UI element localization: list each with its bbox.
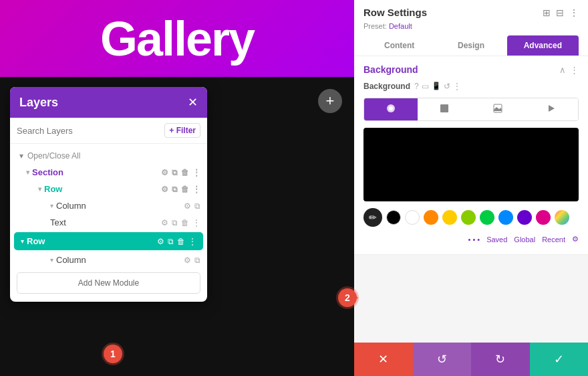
swatches-settings-icon[interactable]: ⚙ bbox=[572, 235, 579, 244]
section-duplicate-icon[interactable]: ⧉ bbox=[172, 168, 178, 177]
add-new-module-button[interactable]: Add New Module bbox=[17, 272, 200, 294]
swatch-blue[interactable] bbox=[498, 210, 513, 225]
layer-column-2[interactable]: ▾ Column ⚙ ⧉ bbox=[10, 252, 207, 268]
text-delete-icon[interactable]: 🗑 bbox=[181, 218, 189, 227]
col1-icons: ⚙ ⧉ bbox=[184, 201, 200, 211]
preset-value[interactable]: Default bbox=[389, 22, 412, 30]
tab-advanced[interactable]: Advanced bbox=[507, 35, 579, 56]
background-section-title: Background bbox=[363, 64, 418, 75]
cancel-button[interactable]: ✕ bbox=[354, 343, 413, 376]
row2-more-icon[interactable]: ⋮ bbox=[188, 237, 196, 246]
row-settings-top: Row Settings ⊞ ⊟ ⋮ bbox=[363, 7, 579, 18]
section-icons: ⚙ ⧉ 🗑 ⋮ bbox=[161, 168, 200, 177]
background-controls-label: Background bbox=[363, 82, 410, 91]
dots-button[interactable]: • • • bbox=[468, 236, 480, 244]
add-element-button[interactable]: + bbox=[318, 89, 342, 113]
row1-arrow: ▾ bbox=[38, 185, 41, 193]
svg-point-1 bbox=[389, 106, 393, 110]
open-close-label: Open/Close All bbox=[27, 151, 80, 161]
preset-label: Preset: bbox=[363, 22, 387, 30]
section-delete-icon[interactable]: 🗑 bbox=[181, 168, 189, 177]
save-button[interactable]: ✓ bbox=[530, 343, 589, 376]
col1-duplicate-icon[interactable]: ⧉ bbox=[194, 201, 200, 211]
row2-settings-icon[interactable]: ⚙ bbox=[157, 237, 164, 246]
open-close-arrow: ▾ bbox=[19, 151, 23, 161]
svg-marker-4 bbox=[549, 105, 555, 112]
row1-name: Row bbox=[44, 184, 161, 194]
swatch-pink[interactable] bbox=[536, 210, 551, 225]
bg-type-video[interactable] bbox=[525, 98, 578, 120]
background-controls: Background ? ▭ 📱 ↺ ⋮ bbox=[363, 82, 579, 91]
col2-icons: ⚙ ⧉ bbox=[184, 256, 200, 265]
layers-title: Layers bbox=[19, 96, 58, 110]
row-settings-title: Row Settings bbox=[363, 7, 427, 18]
col1-settings-icon[interactable]: ⚙ bbox=[184, 201, 191, 211]
layers-search-input[interactable] bbox=[17, 126, 160, 136]
col2-name: Column bbox=[56, 255, 184, 265]
badge-2: 2 bbox=[338, 288, 357, 307]
bg-reset-icon[interactable]: ↺ bbox=[444, 82, 450, 91]
background-section-actions: ∧ ⋮ bbox=[559, 65, 579, 75]
left-panel: Gallery + Layers ✕ + Filter ▾ Open/Close… bbox=[0, 0, 354, 376]
bg-desktop-icon[interactable]: ▭ bbox=[422, 82, 429, 91]
section-settings-icon[interactable]: ⚙ bbox=[161, 168, 168, 177]
swatch-orange[interactable] bbox=[424, 210, 438, 225]
undo-button[interactable]: ↺ bbox=[413, 343, 472, 376]
swatch-yellow[interactable] bbox=[442, 210, 457, 225]
swatch-gradient[interactable] bbox=[555, 210, 569, 225]
layers-panel: Layers ✕ + Filter ▾ Open/Close All ▾ Sec… bbox=[10, 87, 207, 302]
swatch-white[interactable] bbox=[405, 210, 420, 225]
resize-icon[interactable]: ⊞ bbox=[543, 7, 551, 18]
row-settings-header: Row Settings ⊞ ⊟ ⋮ Preset: Default Conte… bbox=[354, 0, 588, 56]
global-label[interactable]: Global bbox=[514, 236, 535, 244]
row2-name: Row bbox=[27, 236, 157, 246]
bg-type-gradient[interactable] bbox=[418, 98, 471, 120]
text-duplicate-icon[interactable]: ⧉ bbox=[172, 218, 178, 227]
saved-label[interactable]: Saved bbox=[486, 236, 507, 244]
swatch-black[interactable] bbox=[386, 210, 401, 225]
background-collapse-icon[interactable]: ∧ bbox=[559, 65, 566, 75]
recent-label[interactable]: Recent bbox=[542, 236, 565, 244]
bg-help-icon[interactable]: ? bbox=[414, 82, 419, 91]
col1-name: Column bbox=[56, 201, 184, 211]
col2-duplicate-icon[interactable]: ⧉ bbox=[194, 256, 200, 265]
swatch-lime[interactable] bbox=[461, 210, 476, 225]
row1-settings-icon[interactable]: ⚙ bbox=[161, 185, 168, 194]
section-more-icon[interactable]: ⋮ bbox=[192, 168, 200, 177]
tab-content[interactable]: Content bbox=[363, 35, 435, 56]
settings-body: Background ∧ ⋮ Background ? ▭ 📱 ↺ ⋮ bbox=[354, 56, 588, 343]
swatch-purple[interactable] bbox=[517, 210, 532, 225]
row2-delete-icon[interactable]: 🗑 bbox=[177, 237, 185, 246]
text-more-icon[interactable]: ⋮ bbox=[192, 218, 200, 227]
layer-row-1[interactable]: ▾ Row ⚙ ⧉ 🗑 ⋮ bbox=[10, 181, 207, 197]
row1-duplicate-icon[interactable]: ⧉ bbox=[172, 185, 178, 194]
redo-button[interactable]: ↻ bbox=[471, 343, 530, 376]
layer-column-1[interactable]: ▾ Column ⚙ ⧉ bbox=[10, 197, 207, 214]
layer-row-2-active[interactable]: ▾ Row ⚙ ⧉ 🗑 ⋮ bbox=[14, 232, 203, 250]
bg-more-icon[interactable]: ⋮ bbox=[453, 82, 461, 91]
text-icons: ⚙ ⧉ 🗑 ⋮ bbox=[161, 218, 200, 227]
filter-button[interactable]: + Filter bbox=[164, 123, 200, 138]
tab-design[interactable]: Design bbox=[435, 35, 506, 56]
bg-type-color[interactable] bbox=[364, 98, 418, 120]
background-preview bbox=[363, 128, 579, 201]
color-swatches: ✏ bbox=[363, 208, 579, 227]
col2-settings-icon[interactable]: ⚙ bbox=[184, 256, 191, 265]
background-type-tabs bbox=[363, 98, 579, 121]
row2-duplicate-icon[interactable]: ⧉ bbox=[168, 237, 174, 246]
row1-more-icon[interactable]: ⋮ bbox=[192, 185, 200, 194]
text-settings-icon[interactable]: ⚙ bbox=[161, 218, 168, 227]
open-close-all-button[interactable]: ▾ Open/Close All bbox=[10, 148, 207, 164]
right-panel: Row Settings ⊞ ⊟ ⋮ Preset: Default Conte… bbox=[354, 0, 588, 376]
gallery-header: Gallery bbox=[0, 0, 354, 77]
row1-delete-icon[interactable]: 🗑 bbox=[181, 185, 189, 194]
color-picker-button[interactable]: ✏ bbox=[363, 208, 382, 227]
layer-section[interactable]: ▾ Section ⚙ ⧉ 🗑 ⋮ bbox=[10, 164, 207, 181]
bg-type-image[interactable] bbox=[471, 98, 525, 120]
layer-text[interactable]: Text ⚙ ⧉ 🗑 ⋮ bbox=[10, 214, 207, 231]
layout-icon[interactable]: ⊟ bbox=[556, 7, 564, 18]
background-more-icon[interactable]: ⋮ bbox=[570, 65, 579, 75]
more-options-icon[interactable]: ⋮ bbox=[569, 7, 579, 18]
swatch-green[interactable] bbox=[480, 210, 494, 225]
layers-close-button[interactable]: ✕ bbox=[188, 95, 198, 110]
